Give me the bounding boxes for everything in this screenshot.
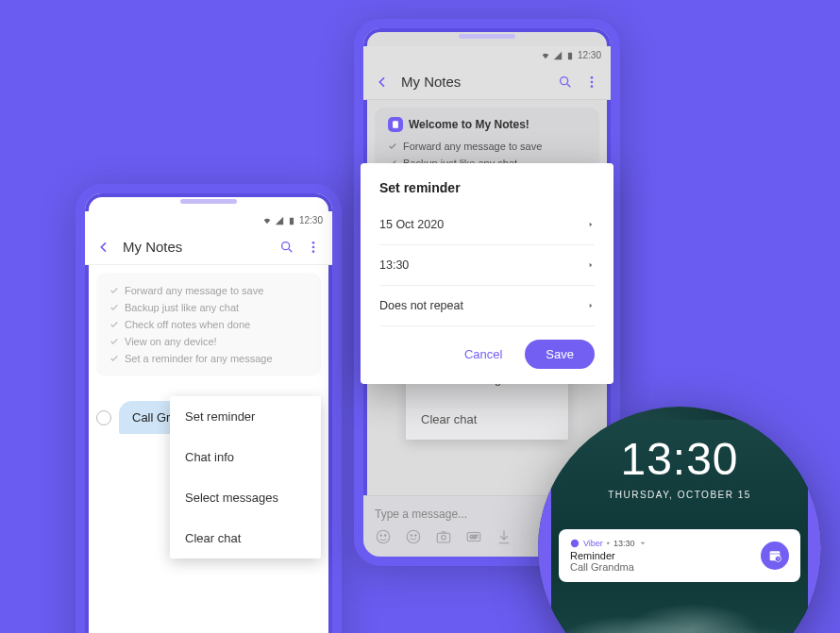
status-bar: 12:30 [363, 46, 611, 64]
svg-rect-5 [568, 52, 572, 59]
notification-body: Call Grandma [570, 561, 761, 573]
svg-point-8 [591, 80, 594, 83]
svg-point-3 [312, 245, 315, 248]
menu-select-messages[interactable]: Select messages [170, 477, 321, 518]
reminder-time-row[interactable]: 13:30 [379, 245, 595, 286]
welcome-header: Welcome to My Notes! [388, 117, 586, 132]
more-icon[interactable] [584, 75, 599, 90]
welcome-item: Set a reminder for any message [125, 353, 273, 364]
svg-point-2 [312, 242, 315, 244]
reminder-time-value: 13:30 [379, 258, 409, 272]
notes-badge-icon [388, 117, 403, 132]
signal-icon [553, 51, 563, 60]
check-icon [109, 337, 119, 346]
svg-point-15 [411, 535, 412, 537]
check-icon [109, 320, 119, 329]
phone-edge [808, 407, 821, 633]
check-icon [388, 142, 397, 151]
reminder-date-row[interactable]: 15 Oct 2020 [379, 205, 595, 245]
attach-icon[interactable] [496, 528, 512, 545]
signal-icon [275, 216, 284, 225]
sticker-icon[interactable] [375, 528, 392, 545]
lockscreen-date: THURSDAY, OCTOBER 15 [538, 490, 821, 500]
select-radio[interactable] [96, 410, 111, 425]
svg-point-21 [571, 540, 579, 547]
welcome-item: Forward any message to save [403, 141, 542, 152]
app-topbar: My Notes [363, 64, 611, 100]
cancel-button[interactable]: Cancel [451, 340, 515, 369]
set-reminder-dialog: Set reminder 15 Oct 2020 13:30 Does not … [361, 163, 613, 384]
status-bar: 12:30 [85, 211, 332, 229]
menu-set-reminder[interactable]: Set reminder [170, 396, 321, 437]
emoji-icon[interactable] [405, 528, 422, 545]
reminder-date-value: 15 Oct 2020 [379, 218, 444, 231]
svg-text:GIF: GIF [470, 534, 479, 540]
svg-point-9 [591, 85, 594, 88]
check-icon [109, 303, 119, 312]
chevron-right-icon [587, 302, 595, 309]
back-icon[interactable] [96, 240, 111, 255]
svg-point-11 [377, 530, 390, 543]
menu-clear-chat: Clear chat [406, 399, 568, 440]
search-icon[interactable] [279, 240, 294, 255]
notification-app-name: Viber [583, 539, 603, 548]
menu-chat-info[interactable]: Chat info [170, 437, 321, 477]
notification-card[interactable]: Viber • 13:30 Reminder Call Grandma [559, 529, 800, 582]
wifi-icon [541, 51, 550, 60]
gif-icon[interactable]: GIF [465, 528, 482, 545]
svg-point-16 [415, 535, 417, 537]
welcome-card: Forward any message to save Backup just … [96, 273, 321, 376]
notification-timestamp: 13:30 [613, 539, 635, 548]
welcome-item: View on any device! [125, 336, 217, 347]
welcome-item: Backup just like any chat [125, 302, 239, 313]
chevron-right-icon [587, 221, 595, 228]
phone-earpiece [459, 34, 515, 39]
notification-title: Reminder [570, 550, 761, 561]
more-icon[interactable] [306, 240, 321, 255]
page-title: My Notes [401, 74, 546, 90]
check-icon [109, 286, 119, 295]
chevron-down-icon [639, 540, 647, 547]
menu-clear-chat[interactable]: Clear chat [170, 518, 321, 558]
svg-point-7 [591, 76, 594, 79]
battery-icon [287, 216, 296, 225]
svg-rect-10 [393, 121, 398, 128]
svg-point-6 [561, 76, 568, 84]
back-icon[interactable] [375, 75, 390, 90]
wifi-icon [262, 216, 272, 225]
svg-point-1 [282, 242, 290, 249]
welcome-title: Welcome to My Notes! [409, 118, 529, 131]
reminder-repeat-row[interactable]: Does not repeat [379, 286, 595, 326]
app-topbar: My Notes [85, 229, 332, 265]
camera-icon[interactable] [435, 528, 452, 545]
svg-point-18 [442, 536, 446, 541]
check-icon [109, 354, 119, 363]
chevron-right-icon [587, 261, 595, 269]
welcome-item: Check off notes when done [125, 319, 250, 330]
svg-point-14 [407, 530, 420, 543]
context-menu: Set reminder Chat info Select messages C… [170, 396, 321, 558]
welcome-item: Forward any message to save [125, 285, 263, 296]
save-button[interactable]: Save [525, 340, 595, 369]
phone-earpiece [180, 199, 237, 204]
status-time: 12:30 [578, 50, 601, 60]
reminder-notification-icon [761, 541, 789, 570]
svg-point-12 [380, 535, 382, 537]
reminder-repeat-value: Does not repeat [379, 299, 463, 312]
svg-point-13 [385, 535, 387, 537]
svg-rect-0 [290, 217, 294, 225]
search-icon[interactable] [558, 75, 573, 90]
dialog-title: Set reminder [379, 180, 595, 195]
svg-rect-17 [437, 533, 450, 542]
svg-point-4 [312, 250, 315, 253]
notification-app-row: Viber • 13:30 [570, 539, 761, 548]
page-title: My Notes [123, 239, 268, 255]
status-time: 12:30 [299, 215, 323, 225]
battery-icon [565, 51, 575, 60]
viber-app-icon [570, 539, 580, 548]
